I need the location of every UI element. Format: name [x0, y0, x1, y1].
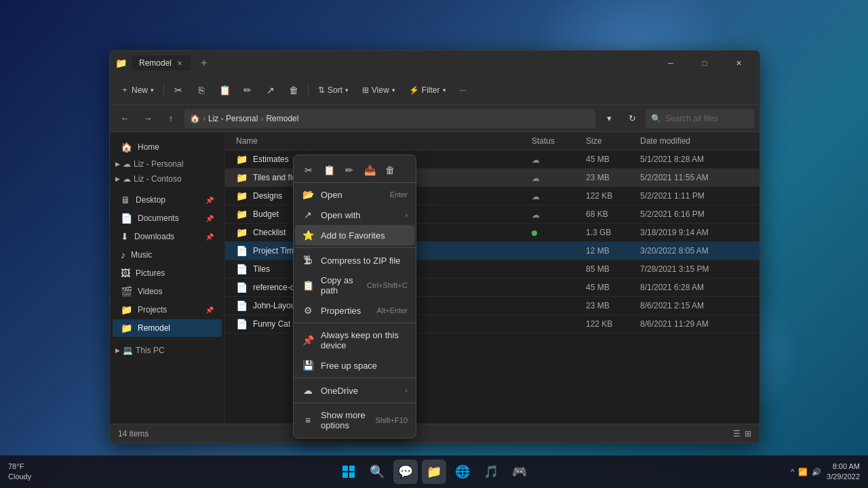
- context-menu-item[interactable]: ≡ Show more options Shift+F10: [294, 405, 416, 435]
- cm-rename-icon[interactable]: ✏: [340, 161, 359, 180]
- file-name-label: Estimates: [253, 155, 289, 164]
- filter-dropdown-icon: ▾: [443, 87, 446, 94]
- refresh-button[interactable]: ↻: [623, 109, 642, 128]
- more-button[interactable]: ···: [454, 83, 472, 98]
- clock[interactable]: 8:00 AM 3/29/2022: [827, 462, 860, 483]
- context-menu-item[interactable]: ⚙ Properties Alt+Enter: [294, 300, 416, 321]
- clock-date: 3/29/2022: [827, 472, 860, 482]
- sidebar-item-videos[interactable]: 🎬 Videos: [113, 283, 222, 300]
- sidebar-expand-liz-personal[interactable]: ▶ ☁ Liz - Personal: [110, 157, 224, 171]
- paste-button[interactable]: 📋: [214, 80, 235, 100]
- cm-shortcut: Ctrl+Shift+C: [367, 281, 408, 289]
- context-menu-item[interactable]: ☁ OneDrive ›: [294, 380, 416, 401]
- desktop: 📁 Remodel ✕ + ─ □ ✕ ＋ New ▾ ✂ ⎘ 📋 ✏: [0, 0, 868, 488]
- breadcrumb-remodel[interactable]: Remodel: [266, 114, 298, 123]
- cm-cut-icon[interactable]: ✂: [299, 161, 318, 180]
- context-menu-item[interactable]: 📋 Copy as path Ctrl+Shift+C: [294, 270, 416, 300]
- file-size-cell: 45 MB: [586, 155, 640, 164]
- context-menu-item[interactable]: 📌 Always keep on this device: [294, 325, 416, 355]
- toolbar-separator-1: [163, 83, 164, 97]
- sidebar-item-documents[interactable]: 📄 Documents 📌: [113, 209, 222, 227]
- cm-delete-icon[interactable]: 🗑: [380, 161, 399, 180]
- filter-label: Filter: [422, 85, 440, 95]
- maximize-button[interactable]: □: [689, 51, 720, 75]
- more-label: ···: [460, 85, 467, 95]
- videos-icon: 🎬: [121, 286, 132, 297]
- file-size-cell: 12 MB: [586, 246, 640, 256]
- status-bar: 14 items ☰ ⊞: [110, 424, 760, 443]
- breadcrumb-liz[interactable]: Liz - Personal: [208, 114, 258, 123]
- new-button[interactable]: ＋ New ▾: [115, 81, 159, 98]
- context-menu-item[interactable]: 🗜 Compress to ZIP file: [294, 250, 416, 270]
- file-date-cell: 3/20/2022 8:05 AM: [640, 246, 749, 256]
- window-controls: ─ □ ✕: [655, 51, 754, 75]
- new-tab-button[interactable]: +: [196, 55, 212, 71]
- expand-icon-2: ▶: [115, 176, 120, 182]
- minimize-button[interactable]: ─: [655, 51, 686, 75]
- cm-item-label: Open: [321, 190, 383, 200]
- filter-button[interactable]: ⚡ Filter ▾: [403, 83, 452, 98]
- sidebar-item-home[interactable]: 🏠 Home: [113, 138, 222, 156]
- tab-close-button[interactable]: ✕: [176, 59, 184, 68]
- tray-volume-icon: 🔊: [812, 468, 821, 476]
- forward-button[interactable]: →: [138, 109, 157, 128]
- breadcrumb[interactable]: 🏠 › Liz - Personal › Remodel: [184, 109, 595, 128]
- taskbar-chat-button[interactable]: 💬: [393, 460, 418, 484]
- delete-button[interactable]: 🗑: [283, 80, 304, 100]
- cut-button[interactable]: ✂: [168, 80, 189, 100]
- taskbar-extra-button[interactable]: 🎮: [507, 460, 532, 484]
- sidebar-item-label-music: Music: [131, 250, 152, 260]
- close-button[interactable]: ✕: [723, 51, 754, 75]
- cm-share-icon[interactable]: 📥: [360, 161, 379, 180]
- header-size: Size: [586, 136, 640, 146]
- sidebar-item-desktop[interactable]: 🖥 Desktop 📌: [113, 191, 222, 209]
- context-menu-item[interactable]: ↗ Open with ›: [294, 205, 416, 225]
- taskbar-search-button[interactable]: 🔍: [365, 460, 389, 484]
- file-size-cell: 45 MB: [586, 283, 640, 292]
- cm-shortcut: Enter: [390, 190, 408, 199]
- dropdown-button[interactable]: ▾: [599, 109, 618, 128]
- taskbar-explorer-button[interactable]: 📁: [422, 460, 446, 484]
- projects-icon: 📁: [121, 304, 132, 315]
- grid-view-icon[interactable]: ⊞: [745, 429, 751, 439]
- context-menu: ✂ 📋 ✏ 📥 🗑 📂 Open Enter ↗ Open with › ⭐ A…: [293, 155, 416, 439]
- context-menu-item[interactable]: 📂 Open Enter: [294, 184, 416, 205]
- context-menu-item[interactable]: 💾 Free up space: [294, 355, 416, 375]
- context-menu-item[interactable]: ⭐ Add to Favorites: [295, 225, 414, 245]
- sidebar-item-music[interactable]: ♪ Music: [113, 246, 222, 264]
- file-icon: 📄: [236, 300, 248, 311]
- tray-network-icon: 📶: [798, 468, 808, 476]
- sidebar-item-remodel[interactable]: 📁 Remodel: [113, 319, 222, 337]
- window-tab[interactable]: Remodel ✕: [132, 56, 191, 70]
- sidebar-label-liz-contoso: Liz - Contoso: [134, 174, 182, 184]
- taskbar-browser-button[interactable]: 🌐: [450, 460, 475, 484]
- context-menu-separator: [294, 247, 416, 248]
- back-button[interactable]: ←: [115, 109, 134, 128]
- cm-copy-icon[interactable]: 📋: [319, 161, 338, 180]
- list-view-icon[interactable]: ☰: [733, 429, 741, 439]
- sidebar-expand-liz-contoso[interactable]: ▶ ☁ Liz - Contoso: [110, 171, 224, 186]
- rename-button[interactable]: ✏: [237, 80, 258, 100]
- cm-item-label: Add to Favorites: [321, 230, 408, 241]
- taskbar-start-button[interactable]: [336, 460, 361, 484]
- context-menu-separator: [294, 323, 416, 323]
- sidebar-item-downloads[interactable]: ⬇ Downloads 📌: [113, 228, 222, 245]
- new-label: New: [132, 85, 148, 95]
- copy-button[interactable]: ⎘: [191, 80, 212, 100]
- folder-icon: 📁: [236, 227, 248, 238]
- sort-button[interactable]: ⇅ Sort ▾: [313, 83, 354, 98]
- taskbar-music-button[interactable]: 🎵: [479, 460, 503, 484]
- share-button[interactable]: ↗: [260, 80, 281, 100]
- tray-chevron-icon[interactable]: ^: [791, 468, 794, 476]
- up-button[interactable]: ↑: [161, 109, 180, 128]
- sidebar-item-label-videos: Videos: [138, 287, 162, 296]
- sidebar-item-projects[interactable]: 📁 Projects 📌: [113, 301, 222, 319]
- sidebar-expand-this-pc[interactable]: ▶ 💻 This PC: [110, 343, 224, 358]
- view-button[interactable]: ⊞ View ▾: [357, 83, 401, 98]
- search-box[interactable]: 🔍 Search all files: [646, 109, 754, 128]
- sidebar-item-pictures[interactable]: 🖼 Pictures: [113, 264, 222, 282]
- sidebar-item-label-desktop: Desktop: [136, 195, 165, 205]
- sort-icon: ⇅: [318, 85, 325, 95]
- file-date-cell: 8/1/2021 6:28 AM: [640, 283, 749, 292]
- file-size-cell: 23 MB: [586, 173, 640, 182]
